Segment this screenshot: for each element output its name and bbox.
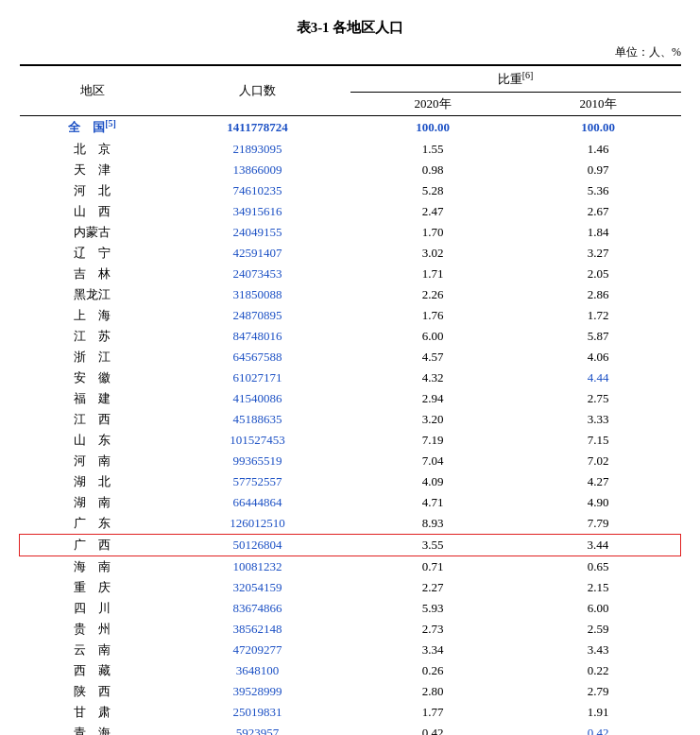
- table-row: 广 东1260125108.937.79: [20, 513, 681, 535]
- cell-region: 黑龙江: [20, 284, 165, 305]
- table-row: 河 北746102355.285.36: [20, 180, 681, 201]
- table-row: 青 海59239570.420.42: [20, 723, 681, 735]
- table-row: 吉 林240734531.712.05: [20, 264, 681, 284]
- table-row: 安 徽610271714.324.44: [20, 368, 681, 388]
- table-row: 湖 南664448644.714.90: [20, 492, 681, 513]
- header-ratio: 比重[6]: [350, 65, 681, 93]
- cell-2020: 0.42: [350, 723, 516, 735]
- cell-region: 北 京: [20, 139, 165, 160]
- header-year2010: 2010年: [516, 93, 681, 116]
- page-title: 表3-1 各地区人口: [19, 19, 681, 37]
- cell-population: 50126804: [165, 534, 350, 556]
- cell-2010: 1.46: [516, 139, 681, 160]
- table-row: 北 京218930951.551.46: [20, 139, 681, 160]
- cell-2020: 4.71: [350, 492, 516, 513]
- cell-population: 32054159: [165, 577, 350, 598]
- cell-population: 31850088: [165, 284, 350, 305]
- cell-2020: 1.70: [350, 222, 516, 243]
- cell-population: 101527453: [165, 430, 350, 451]
- cell-population: 24049155: [165, 222, 350, 243]
- cell-2010: 2.59: [516, 619, 681, 640]
- cell-2020: 3.02: [350, 243, 516, 264]
- cell-region: 广 东: [20, 513, 165, 535]
- cell-population: 13866009: [165, 160, 350, 180]
- cell-2020: 6.00: [350, 326, 516, 347]
- cell-population: 126012510: [165, 513, 350, 535]
- cell-2010: 3.27: [516, 243, 681, 264]
- cell-2020: 4.32: [350, 368, 516, 388]
- cell-2010: 0.97: [516, 160, 681, 180]
- cell-2010: 2.75: [516, 388, 681, 409]
- table-row: 上 海248708951.761.72: [20, 305, 681, 326]
- cell-2010: 4.06: [516, 347, 681, 368]
- cell-population: 45188635: [165, 409, 350, 430]
- cell-2020: 1.71: [350, 264, 516, 284]
- cell-2010: 0.22: [516, 660, 681, 681]
- cell-2020: 2.27: [350, 577, 516, 598]
- cell-2020: 0.26: [350, 660, 516, 681]
- cell-population: 57752557: [165, 471, 350, 492]
- table-row: 江 苏847480166.005.87: [20, 326, 681, 347]
- cell-2010: 5.36: [516, 180, 681, 201]
- cell-2010: 1.91: [516, 702, 681, 723]
- cell-population: 74610235: [165, 180, 350, 201]
- table-row: 辽 宁425914073.023.27: [20, 243, 681, 264]
- cell-region: 河 北: [20, 180, 165, 201]
- cell-region: 天 津: [20, 160, 165, 180]
- cell-2010: 4.27: [516, 471, 681, 492]
- table-row: 全 国[5]1411778724100.00100.00: [20, 116, 681, 139]
- cell-2020: 4.09: [350, 471, 516, 492]
- table-row: 广 西501268043.553.44: [20, 534, 681, 556]
- table-row: 湖 北577525574.094.27: [20, 471, 681, 492]
- cell-population: 84748016: [165, 326, 350, 347]
- cell-2010: 0.42: [516, 723, 681, 735]
- header-year2020: 2020年: [350, 93, 516, 116]
- cell-2020: 1.76: [350, 305, 516, 326]
- cell-population: 39528999: [165, 681, 350, 702]
- cell-region: 海 南: [20, 556, 165, 577]
- cell-2020: 2.26: [350, 284, 516, 305]
- table-row: 海 南100812320.710.65: [20, 556, 681, 577]
- cell-2020: 1.77: [350, 702, 516, 723]
- table-row: 西 藏36481000.260.22: [20, 660, 681, 681]
- cell-region: 吉 林: [20, 264, 165, 284]
- cell-2010: 0.65: [516, 556, 681, 577]
- cell-2010: 1.72: [516, 305, 681, 326]
- cell-population: 10081232: [165, 556, 350, 577]
- cell-population: 24870895: [165, 305, 350, 326]
- cell-2020: 3.34: [350, 640, 516, 660]
- cell-2010: 2.05: [516, 264, 681, 284]
- cell-2020: 5.93: [350, 598, 516, 619]
- cell-population: 38562148: [165, 619, 350, 640]
- cell-2020: 2.47: [350, 201, 516, 222]
- cell-population: 5923957: [165, 723, 350, 735]
- table-row: 天 津138660090.980.97: [20, 160, 681, 180]
- cell-2020: 7.19: [350, 430, 516, 451]
- cell-2010: 5.87: [516, 326, 681, 347]
- cell-2020: 7.04: [350, 451, 516, 471]
- cell-population: 34915616: [165, 201, 350, 222]
- cell-population: 47209277: [165, 640, 350, 660]
- table-row: 河 南993655197.047.02: [20, 451, 681, 471]
- cell-2010: 4.44: [516, 368, 681, 388]
- table-row: 浙 江645675884.574.06: [20, 347, 681, 368]
- table-row: 甘 肃250198311.771.91: [20, 702, 681, 723]
- cell-region: 江 西: [20, 409, 165, 430]
- cell-population: 61027171: [165, 368, 350, 388]
- cell-2020: 5.28: [350, 180, 516, 201]
- cell-region: 湖 南: [20, 492, 165, 513]
- cell-region: 江 苏: [20, 326, 165, 347]
- table-row: 福 建415400862.942.75: [20, 388, 681, 409]
- table-row: 四 川836748665.936.00: [20, 598, 681, 619]
- cell-region: 山 西: [20, 201, 165, 222]
- cell-region: 西 藏: [20, 660, 165, 681]
- cell-2010: 3.43: [516, 640, 681, 660]
- cell-population: 25019831: [165, 702, 350, 723]
- cell-2010: 3.44: [516, 534, 681, 556]
- cell-region: 贵 州: [20, 619, 165, 640]
- cell-2020: 2.94: [350, 388, 516, 409]
- cell-2010: 2.79: [516, 681, 681, 702]
- cell-population: 3648100: [165, 660, 350, 681]
- cell-population: 41540086: [165, 388, 350, 409]
- cell-region: 云 南: [20, 640, 165, 660]
